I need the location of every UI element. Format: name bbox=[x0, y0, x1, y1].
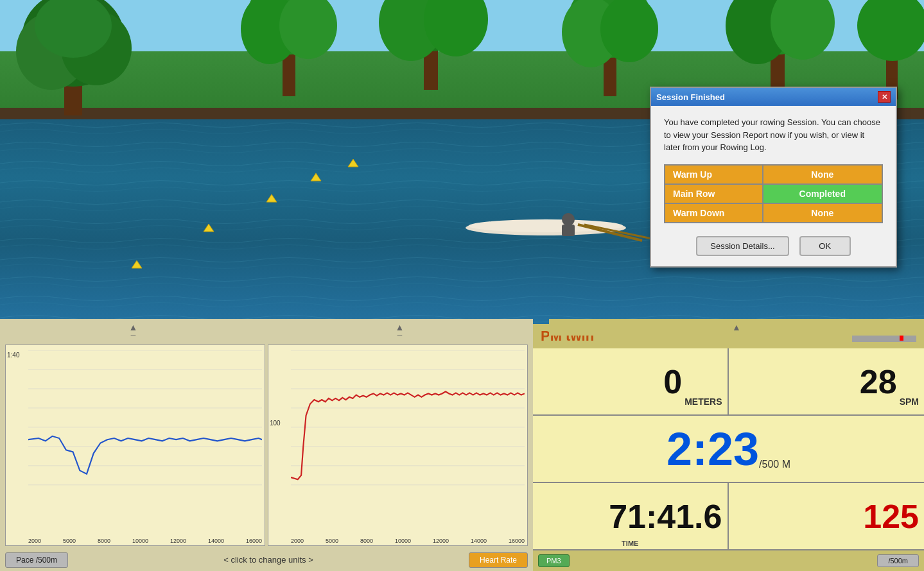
pm-row-pace: 2:23 /500 M bbox=[533, 416, 924, 483]
pace-y-labels: 1:40 bbox=[7, 352, 26, 529]
session-finished-dialog[interactable]: Session Finished ✕ You have completed yo… bbox=[650, 87, 897, 268]
pm-scroll-separator: ▲ bbox=[549, 319, 924, 336]
change-units-label: < click to change units > bbox=[223, 555, 313, 565]
dialog-buttons: Session Details... OK bbox=[664, 236, 883, 256]
dialog-title: Session Finished bbox=[656, 92, 725, 102]
pm-time-cell: 71:41.6 TIME bbox=[533, 483, 729, 549]
pm3-button[interactable]: PM3 bbox=[538, 554, 570, 567]
pm-meters-cell: 0 METERS bbox=[533, 348, 729, 414]
hr-x-labels: 2000 5000 8000 10000 12000 14000 16000 bbox=[291, 538, 525, 544]
pm-time-value: 71:41.6 bbox=[609, 497, 722, 536]
pm-bottom-bar: PM3 /500m bbox=[533, 550, 924, 571]
warm-up-label: Warm Up bbox=[665, 165, 763, 184]
table-row: Main Row Completed bbox=[665, 184, 882, 203]
pm-row-meters-spm: 0 METERS 28 SPM bbox=[533, 348, 924, 416]
charts-bottom-bar: Pace /500m < click to change units > Hea… bbox=[0, 549, 533, 571]
pm-hr-value: 125 bbox=[863, 497, 919, 536]
charts-container: 1:40 bbox=[0, 342, 533, 549]
pm-row-time-hr: 71:41.6 TIME 125 bbox=[533, 483, 924, 550]
pm-time-label: TIME bbox=[622, 540, 638, 547]
dialog-titlebar: Session Finished ✕ bbox=[651, 88, 896, 106]
bottom-panel: ▲ ▲ 1:40 bbox=[0, 324, 924, 571]
table-row: Warm Up None bbox=[665, 165, 882, 184]
hr-chart-svg bbox=[291, 350, 525, 488]
pm-meters-value: 0 bbox=[663, 362, 682, 401]
warm-down-value: None bbox=[763, 203, 882, 223]
pm-hr-cell: 125 bbox=[729, 483, 925, 549]
pace-x-labels: 2000 5000 8000 10000 12000 14000 16000 bbox=[28, 538, 262, 544]
pm-spm-cell: 28 SPM bbox=[729, 348, 925, 414]
pm-spm-value: 28 bbox=[860, 362, 897, 401]
pm-spm-unit: SPM bbox=[900, 396, 919, 407]
pm-pace-value: 2:23 bbox=[667, 423, 759, 475]
rowing-scene: Session Finished ✕ You have completed yo… bbox=[0, 0, 924, 324]
dialog-close-button[interactable]: ✕ bbox=[878, 91, 891, 103]
charts-area: ▲ ▲ 1:40 bbox=[0, 324, 533, 571]
main-row-value: Completed bbox=[763, 184, 882, 203]
table-row: Warm Down None bbox=[665, 203, 882, 223]
pace-chart: 1:40 bbox=[5, 345, 265, 546]
pm-500m-button[interactable]: /500m bbox=[877, 554, 919, 567]
top-scroll-arrow-2[interactable]: ▲ bbox=[396, 322, 405, 332]
pm-pace-cell: 2:23 /500 M bbox=[533, 416, 924, 482]
pace-button[interactable]: Pace /500m bbox=[5, 552, 68, 568]
top-scroll-arrow-3[interactable]: ▲ bbox=[732, 322, 741, 332]
ok-button[interactable]: OK bbox=[799, 236, 851, 256]
pm-metrics: 0 METERS 28 SPM 2:23 /500 M 71:41.6 bbox=[533, 348, 924, 550]
dialog-message: You have completed your rowing Session. … bbox=[664, 116, 883, 154]
session-status-table: Warm Up None Main Row Completed Warm Dow… bbox=[664, 164, 883, 223]
main-row-label: Main Row bbox=[665, 184, 763, 203]
pace-chart-svg bbox=[28, 350, 262, 488]
session-details-button[interactable]: Session Details... bbox=[696, 236, 789, 256]
pm-pace-unit: /500 M bbox=[759, 459, 790, 470]
dialog-body: You have completed your rowing Session. … bbox=[651, 106, 896, 266]
warm-down-label: Warm Down bbox=[665, 203, 763, 223]
warm-up-value: None bbox=[763, 165, 882, 184]
pm-panel: PM twin 0 METERS 28 SPM 2:23 bbox=[533, 324, 924, 571]
pm-meters-unit: METERS bbox=[684, 396, 722, 407]
scroll-separator: ▲ ▲ bbox=[0, 319, 533, 336]
top-scroll-arrow-1[interactable]: ▲ bbox=[129, 322, 138, 332]
hr-y-labels: 100 bbox=[270, 352, 289, 529]
heart-rate-chart: 100 bbox=[268, 345, 528, 546]
heart-rate-button[interactable]: Heart Rate bbox=[469, 552, 528, 568]
